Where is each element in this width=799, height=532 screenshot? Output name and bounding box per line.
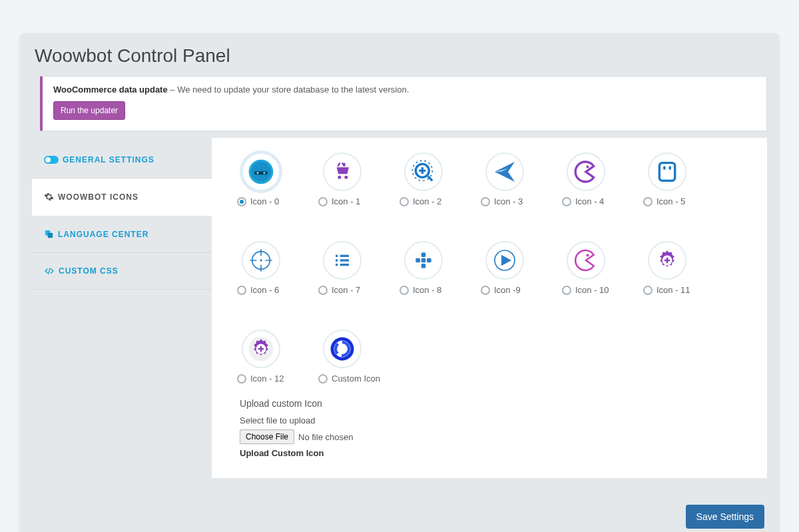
- upload-submit-label[interactable]: Upload Custom Icon: [240, 448, 750, 458]
- code-icon: [44, 266, 55, 276]
- icon-option-10[interactable]: Icon - 10: [565, 241, 607, 295]
- icon-radio[interactable]: [237, 286, 246, 295]
- notice-text: WooCommerce data update – We need to upd…: [53, 85, 756, 95]
- icon-label: Icon -9: [494, 285, 521, 295]
- swirl-icon: [323, 330, 362, 368]
- sidebar-item-label: LANGUAGE CENTER: [58, 230, 148, 239]
- icon-radio[interactable]: [481, 197, 490, 206]
- notice-bold: WooCommerce data update: [53, 85, 168, 95]
- svg-rect-25: [415, 258, 420, 263]
- icon-label: Icon - 11: [657, 285, 690, 295]
- icon-label: Icon - 4: [575, 196, 604, 206]
- icon-option-4[interactable]: Icon - 4: [565, 152, 607, 206]
- play-icon: [485, 241, 524, 280]
- icon-label: Icon - 3: [494, 196, 523, 206]
- control-panel: Woowbot Control Panel WooCommerce data u…: [20, 33, 779, 532]
- svg-rect-22: [340, 264, 349, 266]
- upload-section: Upload custom Icon Select file to upload…: [240, 398, 750, 458]
- svg-rect-24: [421, 264, 426, 268]
- bot-icon: [242, 152, 280, 191]
- svg-point-16: [260, 259, 262, 261]
- target-icon: [242, 241, 280, 280]
- sidebar-item-language-center[interactable]: LANGUAGE CENTER: [32, 216, 212, 253]
- sidebar-item-general-settings[interactable]: GENERAL SETTINGS: [32, 142, 212, 178]
- icon-option-1[interactable]: Icon - 1: [321, 152, 364, 206]
- icon-option-9[interactable]: Icon -9: [483, 241, 526, 295]
- icon-radio[interactable]: [562, 197, 571, 206]
- icon-radio[interactable]: [318, 197, 328, 206]
- icon-label: Icon - 6: [250, 285, 279, 295]
- sidebar-item-label: GENERAL SETTINGS: [63, 155, 154, 164]
- send-icon: [485, 152, 524, 191]
- icon-label: Icon - 0: [250, 196, 279, 206]
- icon-radio[interactable]: [643, 197, 653, 206]
- icon-radio[interactable]: [400, 286, 409, 295]
- icon-option-6[interactable]: Icon - 6: [240, 241, 282, 295]
- icon-radio[interactable]: [237, 197, 246, 206]
- cart-icon: [323, 152, 362, 191]
- run-updater-button[interactable]: Run the updater: [53, 101, 125, 120]
- svg-point-6: [263, 172, 265, 174]
- icon-radio[interactable]: [318, 374, 328, 384]
- svg-rect-27: [421, 258, 426, 263]
- svg-rect-13: [663, 166, 665, 170]
- list-icon: [323, 241, 362, 280]
- icon-label: Icon - 10: [575, 285, 609, 295]
- svg-point-11: [586, 165, 589, 168]
- icon-option-13[interactable]: Custom Icon: [321, 330, 364, 384]
- svg-point-8: [344, 176, 348, 179]
- toggle-icon: [44, 156, 59, 164]
- icon-option-7[interactable]: Icon - 7: [321, 241, 364, 295]
- icon-option-5[interactable]: Icon - 5: [646, 152, 688, 206]
- svg-point-7: [338, 176, 341, 179]
- plusgrid-icon: [404, 241, 443, 280]
- svg-rect-18: [336, 259, 338, 261]
- icon-label: Icon - 2: [413, 196, 441, 206]
- svg-point-29: [586, 254, 589, 256]
- icon-label: Custom Icon: [332, 374, 380, 384]
- settings-sidebar: GENERAL SETTINGS WOOWBOT ICONS LANGUAGE …: [32, 138, 212, 478]
- svg-point-34: [336, 342, 349, 356]
- svg-rect-19: [336, 264, 338, 266]
- sidebar-item-label: CUSTOM CSS: [59, 266, 119, 276]
- page-title: Woowbot Control Panel: [35, 45, 767, 67]
- icon-label: Icon - 8: [413, 285, 441, 295]
- gearplus2-icon: [242, 330, 280, 368]
- svg-rect-20: [340, 255, 349, 257]
- icon-radio[interactable]: [318, 286, 328, 295]
- update-notice: WooCommerce data update – We need to upd…: [40, 76, 767, 131]
- icon-radio[interactable]: [562, 286, 571, 295]
- svg-rect-14: [669, 166, 671, 170]
- svg-rect-23: [421, 252, 426, 257]
- sidebar-item-custom-css[interactable]: CUSTOM CSS: [32, 253, 212, 290]
- icon-radio[interactable]: [400, 197, 409, 206]
- svg-rect-4: [254, 171, 268, 174]
- icon-option-2[interactable]: Icon - 2: [402, 152, 445, 206]
- upload-heading: Upload custom Icon: [240, 398, 750, 409]
- icon-option-3[interactable]: Icon - 3: [483, 152, 526, 206]
- language-icon: [44, 229, 54, 239]
- svg-rect-1: [48, 233, 53, 238]
- gear-icon: [44, 192, 54, 202]
- panel-icon: [648, 152, 686, 191]
- file-status: No file chosen: [298, 432, 353, 442]
- svg-point-5: [256, 172, 258, 174]
- svg-rect-17: [336, 255, 338, 257]
- icons-panel: Icon - 0Icon - 1Icon - 2Icon - 3Icon - 4…: [212, 138, 767, 478]
- icon-label: Icon - 7: [332, 285, 360, 295]
- gearplus-icon: [648, 241, 686, 280]
- icon-option-0[interactable]: Icon - 0: [240, 152, 282, 206]
- icon-radio[interactable]: [643, 286, 653, 295]
- icon-radio[interactable]: [481, 286, 490, 295]
- choose-file-button[interactable]: Choose File: [240, 429, 294, 444]
- zoomplus-icon: [404, 152, 443, 191]
- icon-option-8[interactable]: Icon - 8: [402, 241, 445, 295]
- icon-option-11[interactable]: Icon - 11: [646, 241, 688, 295]
- icon-option-12[interactable]: Icon - 12: [240, 330, 282, 384]
- icon-label: Icon - 5: [657, 196, 685, 206]
- save-settings-button[interactable]: Save Settings: [686, 505, 764, 529]
- upload-select-label: Select file to upload: [240, 415, 750, 425]
- pac-pink-icon: [567, 241, 605, 280]
- icon-radio[interactable]: [237, 374, 246, 384]
- sidebar-item-woowbot-icons[interactable]: WOOWBOT ICONS: [32, 178, 212, 216]
